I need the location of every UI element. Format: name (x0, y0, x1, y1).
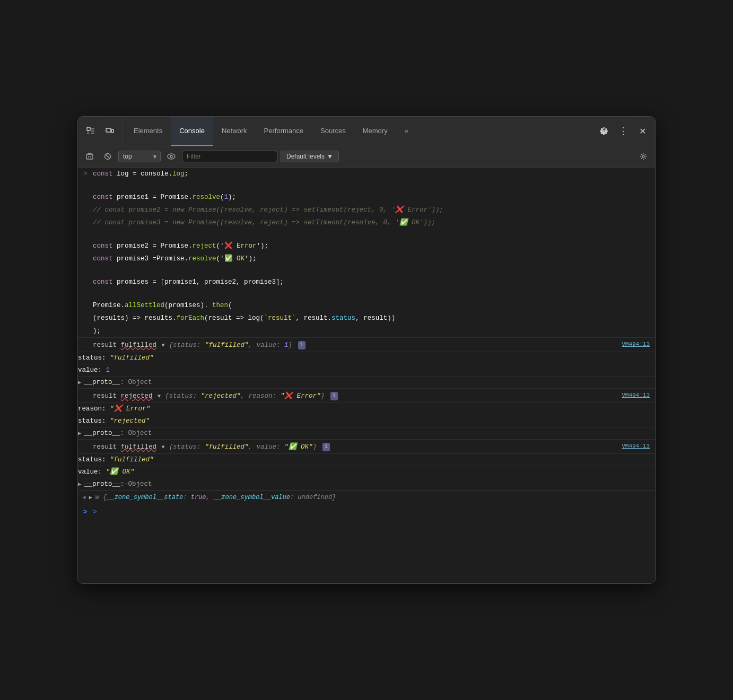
expand-group2-icon[interactable]: ▼ (158, 393, 164, 399)
bottom-log-expand-icon[interactable]: ▶ (89, 494, 92, 502)
output-group3-value: value: "✅ OK" (78, 466, 655, 478)
svg-rect-2 (111, 129, 114, 133)
more-options-icon[interactable]: ⋮ (615, 122, 632, 139)
badge-group1: 1 (298, 341, 306, 349)
close-devtools-icon[interactable]: ✕ (634, 122, 651, 139)
empty-line-3 (78, 265, 655, 276)
console-content: const log = console.log; const promise1 … (78, 168, 655, 583)
svg-rect-0 (87, 127, 90, 130)
tab-memory[interactable]: Memory (354, 117, 396, 146)
empty-line-1 (78, 180, 655, 191)
svg-point-9 (170, 155, 172, 158)
tab-more[interactable]: » (396, 117, 417, 146)
file-ref-group2[interactable]: VM494:13 (622, 391, 650, 400)
expand-group3-icon[interactable]: ▼ (162, 444, 168, 450)
proto-arrow2-icon[interactable]: ▶ (78, 431, 84, 436)
levels-arrow-icon: ▼ (327, 153, 333, 160)
filter-input[interactable] (182, 151, 277, 162)
file-ref-group1[interactable]: VM494:13 (622, 340, 650, 349)
code-line-allsettled-1: Promise.allSettled(promises). then( (78, 299, 655, 312)
output-group1-status: status: "fulfilled" (78, 352, 655, 364)
context-select-input[interactable]: top (118, 151, 161, 162)
log-levels-button[interactable]: Default levels ▼ (281, 151, 339, 162)
console-empty-area (78, 520, 655, 583)
comment-line-1: // const promise2 = new Promise((resolve… (78, 204, 655, 216)
tab-network[interactable]: Network (213, 117, 256, 146)
proto-arrow-icon[interactable]: ▶ (78, 380, 84, 386)
settings-icon[interactable] (596, 122, 613, 139)
output-group3-proto: ▶ __proto__: Object (78, 478, 655, 490)
output-group3-status: status: "fulfilled" (78, 453, 655, 466)
svg-point-8 (168, 154, 175, 159)
svg-rect-3 (86, 154, 93, 159)
output-group-2-header: result rejected ▼ {status: "rejected", r… (78, 388, 655, 402)
output-group-1-header: result fulfilled ▼ {status: "fulfilled",… (78, 337, 655, 352)
proto-arrow3-icon[interactable]: ▶ (78, 482, 84, 487)
console-input-line-1: const log = console.log; (78, 168, 655, 180)
output-group2-proto: ▶ __proto__: Object (78, 427, 655, 439)
console-settings-icon[interactable] (636, 149, 651, 164)
tab-bar-left-icons (82, 117, 123, 146)
code-line-promise1: const promise1 = Promise.resolve(1); (78, 191, 655, 204)
tab-bar-right-icons: ⋮ ✕ (591, 117, 651, 146)
code-line-promise3: const promise3 =Promise.resolve('✅ OK'); (78, 252, 655, 265)
badge-group3: 1 (322, 443, 330, 451)
devtools-window: Elements Console Network Performance Sou… (77, 116, 656, 584)
tab-performance[interactable]: Performance (256, 117, 312, 146)
svg-rect-1 (106, 128, 111, 132)
code-line-promises-arr: const promises = [promise1, promise2, pr… (78, 276, 655, 288)
inspect-element-icon[interactable] (82, 122, 99, 139)
tabs-container: Elements Console Network Performance Sou… (125, 117, 591, 146)
expand-group1-icon[interactable]: ▼ (162, 343, 168, 348)
device-toggle-icon[interactable] (101, 122, 118, 139)
tab-console[interactable]: Console (171, 117, 213, 146)
bottom-log-bar: ◀ ▶ w {__zone_symbol__state: true, __zon… (78, 490, 655, 505)
console-toolbar: top ▼ Default levels ▼ (78, 146, 655, 168)
context-selector[interactable]: top ▼ (118, 151, 161, 162)
comment-line-2: // const promise3 = new Promise((resolve… (78, 216, 655, 229)
console-prompt-line: > (78, 505, 655, 520)
file-ref-group3[interactable]: VM494:13 (622, 442, 650, 451)
output-group2-reason: reason: "❌ Error" (78, 402, 655, 415)
output-group1-value: value: 1 (78, 364, 655, 376)
code-line-allsettled-2: (results) => results.forEach(result => l… (78, 312, 655, 325)
clear-console-icon[interactable] (82, 149, 97, 164)
tab-bar: Elements Console Network Performance Sou… (78, 117, 655, 146)
output-group2-status: status: "rejected" (78, 415, 655, 427)
svg-line-7 (106, 154, 110, 159)
bottom-log-left-arrow[interactable]: ◀ (82, 493, 86, 503)
code-line-allsettled-3: ); (78, 325, 655, 337)
svg-point-10 (642, 155, 644, 158)
tab-elements[interactable]: Elements (125, 117, 171, 146)
output-group-3-header: result fulfilled ▼ {status: "fulfilled",… (78, 439, 655, 453)
empty-line-4 (78, 288, 655, 299)
eye-icon[interactable] (164, 149, 179, 164)
code-line-promise2: const promise2 = Promise.reject('❌ Error… (78, 240, 655, 252)
badge-group2: 1 (330, 392, 338, 400)
empty-line-2 (78, 229, 655, 240)
tab-sources[interactable]: Sources (312, 117, 354, 146)
output-group1-proto: ▶ __proto__: Object (78, 376, 655, 388)
stop-icon[interactable] (100, 149, 115, 164)
